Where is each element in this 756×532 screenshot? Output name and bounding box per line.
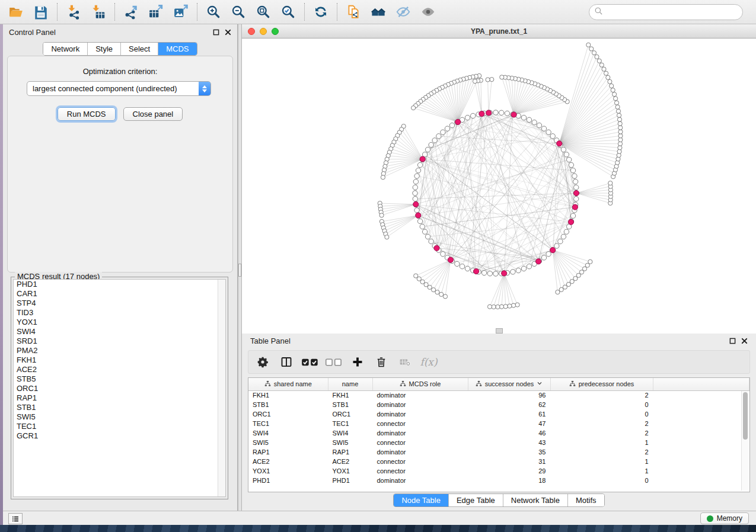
- table-row[interactable]: PHD1PHD1dominator180: [248, 476, 749, 485]
- run-mcds-button[interactable]: Run MCDS: [58, 107, 116, 121]
- cytoscape-app: Control Panel NetworkStyleSelectMCDS Opt…: [0, 0, 756, 532]
- export-image-button[interactable]: [168, 2, 193, 22]
- close-icon[interactable]: [741, 338, 748, 344]
- table-row[interactable]: FKH1FKH1dominator962: [248, 390, 749, 400]
- table-row[interactable]: TEC1TEC1connector472: [248, 419, 749, 428]
- network-titlebar[interactable]: YPA_prune.txt_1: [242, 24, 756, 39]
- table-scrollbar-thumb[interactable]: [743, 392, 748, 440]
- table-row[interactable]: RAP1RAP1dominator352: [248, 447, 749, 457]
- tab-motifs[interactable]: Motifs: [568, 494, 604, 507]
- apply-function-button[interactable]: f(x): [419, 353, 438, 371]
- mcds-result-item[interactable]: SRD1: [14, 336, 225, 346]
- canvas-splitter-handle[interactable]: [496, 328, 503, 334]
- open-file-button[interactable]: [4, 2, 28, 22]
- table-cell: dominator: [372, 409, 468, 419]
- show-panel-button[interactable]: [416, 2, 441, 22]
- network-canvas[interactable]: [242, 39, 756, 334]
- table-row[interactable]: ORC1ORC1dominator610: [248, 409, 749, 419]
- import-table-button[interactable]: [86, 2, 111, 22]
- mcds-result-item[interactable]: PMA2: [14, 346, 225, 355]
- refresh-button[interactable]: [308, 2, 333, 22]
- float-icon[interactable]: [213, 29, 219, 36]
- table-row[interactable]: YOX1YOX1connector291: [248, 466, 749, 476]
- table-row[interactable]: SWI4SWI4dominator462: [248, 428, 749, 438]
- tab-select[interactable]: Select: [121, 43, 158, 55]
- table-cell: 1: [550, 457, 653, 466]
- hide-panel-button[interactable]: [391, 2, 416, 22]
- table-cell: dominator: [372, 390, 468, 400]
- status-menu-button[interactable]: [8, 513, 23, 524]
- mcds-result-item[interactable]: PHD1: [14, 280, 225, 289]
- search-input[interactable]: [606, 8, 738, 17]
- delete-column-button[interactable]: [372, 353, 391, 371]
- zoom-selected-button[interactable]: [276, 2, 301, 22]
- column-label: successor nodes: [485, 380, 534, 387]
- zoom-fit-button[interactable]: [251, 2, 276, 22]
- mcds-result-item[interactable]: TID3: [14, 308, 225, 318]
- mcds-result-item[interactable]: ACE2: [14, 365, 225, 374]
- column-header-mcds-role[interactable]: MCDS role: [372, 378, 468, 390]
- table-row[interactable]: SWI5SWI5connector431: [248, 438, 749, 447]
- tab-edge-table[interactable]: Edge Table: [449, 494, 503, 507]
- zoom-out-button[interactable]: [226, 2, 251, 22]
- first-neighbors-button[interactable]: [366, 2, 391, 22]
- show-columns-button[interactable]: [277, 353, 296, 371]
- copy-network-button[interactable]: [341, 2, 366, 22]
- mcds-result-item[interactable]: STB1: [14, 403, 225, 412]
- table-cell: FKH1: [328, 390, 372, 400]
- close-icon[interactable]: [225, 29, 231, 36]
- mcds-result-item[interactable]: SWI5: [14, 412, 225, 422]
- table-cell: 2: [550, 419, 653, 428]
- memory-button[interactable]: Memory: [700, 512, 749, 524]
- mcds-result-item[interactable]: STP4: [14, 299, 225, 308]
- mcds-result-item[interactable]: YOX1: [14, 318, 225, 327]
- splitter-handle[interactable]: [238, 264, 241, 277]
- column-header-predecessor-nodes[interactable]: predecessor nodes: [550, 378, 653, 390]
- column-header-shared-name[interactable]: shared name: [248, 378, 328, 390]
- table-options-button[interactable]: [253, 353, 272, 371]
- delete-table-button[interactable]: [395, 353, 414, 371]
- mcds-result-item[interactable]: SWI4: [14, 327, 225, 336]
- add-column-button[interactable]: [348, 353, 367, 371]
- mcds-result-item[interactable]: GCR1: [14, 431, 225, 441]
- mcds-result-scrollbar[interactable]: [218, 280, 225, 496]
- tree-icon: [476, 380, 482, 388]
- table-cell: RAP1: [328, 447, 372, 457]
- select-all-columns-button[interactable]: [301, 353, 320, 371]
- column-header-name[interactable]: name: [328, 378, 372, 390]
- optimization-criterion-select[interactable]: largest connected component (undirected): [27, 81, 211, 96]
- unselect-all-columns-button[interactable]: [324, 353, 343, 371]
- export-network-button[interactable]: [119, 2, 143, 22]
- search-box[interactable]: [589, 4, 743, 20]
- mcds-result-item[interactable]: RAP1: [14, 393, 225, 403]
- tab-network-table[interactable]: Network Table: [503, 494, 568, 507]
- table-scrollbar[interactable]: [741, 391, 749, 491]
- tab-mcds[interactable]: MCDS: [158, 43, 196, 55]
- close-panel-button[interactable]: Close panel: [123, 107, 183, 121]
- tab-node-table[interactable]: Node Table: [394, 494, 449, 507]
- save-session-button[interactable]: [28, 2, 53, 22]
- zoom-in-button[interactable]: [201, 2, 226, 22]
- column-header-successor-nodes[interactable]: successor nodes: [468, 378, 550, 390]
- table-cell: [653, 390, 749, 400]
- import-table-icon: [91, 4, 106, 20]
- table-row[interactable]: STB1STB1dominator620: [248, 400, 749, 409]
- tab-style[interactable]: Style: [88, 43, 121, 55]
- mcds-result-item[interactable]: STB5: [14, 374, 225, 384]
- tab-network[interactable]: Network: [43, 43, 88, 55]
- column-header-filler: [653, 378, 749, 390]
- network-graph[interactable]: [242, 39, 756, 334]
- mcds-result-item[interactable]: FKH1: [14, 355, 225, 365]
- export-table-button[interactable]: [143, 2, 168, 22]
- mcds-result-item[interactable]: ORC1: [14, 384, 225, 393]
- import-network-button[interactable]: [61, 2, 86, 22]
- mcds-result-item[interactable]: TEC1: [14, 422, 225, 431]
- table-row[interactable]: ACE2ACE2connector311: [248, 457, 749, 466]
- mcds-result-item[interactable]: CAR1: [14, 289, 225, 299]
- float-icon[interactable]: [729, 338, 736, 344]
- node-table: shared namenameMCDS rolesuccessor nodesp…: [248, 377, 750, 492]
- vertical-splitter[interactable]: [238, 24, 242, 511]
- table-panel-header: Table Panel: [242, 334, 756, 348]
- control-panel-tabs: NetworkStyleSelectMCDS: [3, 42, 237, 56]
- gear-icon: [257, 356, 269, 368]
